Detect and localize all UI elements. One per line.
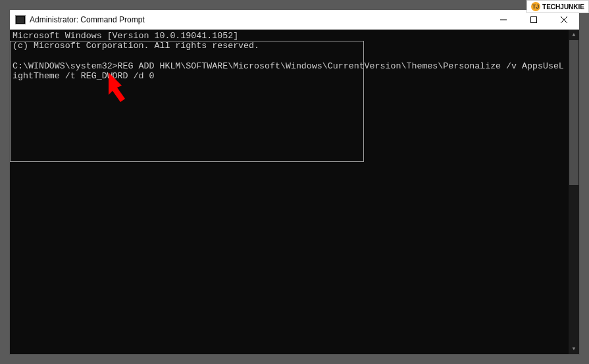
- vertical-scrollbar[interactable]: ▲ ▼: [569, 30, 579, 354]
- titlebar-left: Administrator: Command Prompt: [10, 15, 145, 24]
- titlebar[interactable]: Administrator: Command Prompt: [10, 10, 579, 30]
- command-prompt-window: Administrator: Command Prompt Microsoft …: [9, 9, 580, 355]
- watermark-text: TECHJUNKIE: [542, 3, 584, 11]
- watermark-icon: TJ: [531, 2, 540, 11]
- scrollbar-thumb[interactable]: [569, 40, 578, 185]
- cmd-app-icon: [15, 15, 26, 24]
- minimize-icon: [500, 16, 507, 23]
- console-line: Microsoft Windows [Version 10.0.19041.10…: [13, 31, 238, 41]
- console-output: Microsoft Windows [Version 10.0.19041.10…: [13, 31, 576, 81]
- close-icon: [561, 16, 567, 23]
- scrollbar-down-icon[interactable]: ▼: [569, 344, 579, 354]
- window-title: Administrator: Command Prompt: [30, 15, 145, 24]
- svg-rect-1: [531, 16, 537, 22]
- maximize-icon: [530, 16, 537, 23]
- scrollbar-up-icon[interactable]: ▲: [569, 30, 579, 40]
- console-line: (c) Microsoft Corporation. All rights re…: [13, 41, 259, 51]
- watermark-badge: TJ TECHJUNKIE: [526, 0, 589, 13]
- minimize-button[interactable]: [488, 10, 519, 30]
- console-line: C:\WINDOWS\system32>REG ADD HKLM\SOFTWAR…: [13, 61, 564, 81]
- console-area[interactable]: Microsoft Windows [Version 10.0.19041.10…: [10, 30, 579, 354]
